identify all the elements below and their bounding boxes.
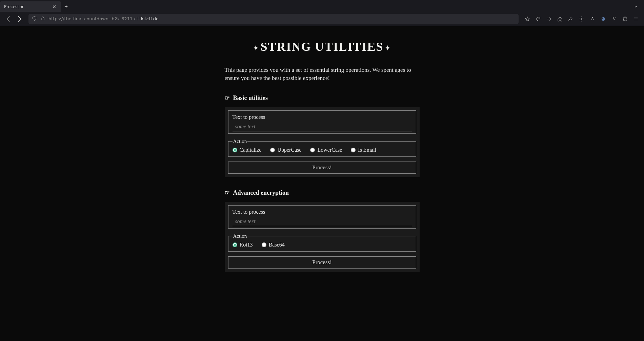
menu-icon[interactable]: [631, 14, 641, 24]
basic-text-box: Text to process: [228, 110, 416, 134]
bookmark-icon[interactable]: [523, 14, 532, 24]
radio-capitalize[interactable]: Capitalize: [233, 147, 262, 153]
back-button[interactable]: [3, 14, 13, 24]
radio-uppercase[interactable]: UpperCase: [270, 147, 301, 153]
browser-tab[interactable]: Processor ✕: [0, 1, 61, 12]
advanced-panel: Text to process Action Rot13 Base64 Proc…: [225, 202, 420, 272]
section-heading-advanced: ☞ Advanced encryption: [225, 189, 420, 196]
close-icon[interactable]: ✕: [52, 4, 57, 9]
lock-icon[interactable]: [40, 16, 45, 22]
tabs-dropdown-icon[interactable]: ⌄: [631, 2, 641, 10]
radio-rot13[interactable]: Rot13: [233, 242, 253, 248]
pointing-hand-icon: ☞: [225, 94, 230, 102]
advanced-text-box: Text to process: [228, 205, 416, 229]
url-text: https://the-final-countdown--b2k-6211.ct…: [48, 16, 515, 21]
action-legend: Action: [233, 233, 248, 239]
tab-title: Processor: [4, 4, 49, 9]
extension-icon-3[interactable]: V: [609, 14, 619, 24]
text-label: Text to process: [233, 209, 412, 215]
radio-icon: [262, 242, 266, 247]
action-legend: Action: [233, 138, 248, 144]
svg-rect-0: [41, 18, 44, 20]
forward-button[interactable]: [15, 14, 24, 24]
radio-base64[interactable]: Base64: [262, 242, 285, 248]
settings-icon[interactable]: [577, 14, 586, 24]
svg-point-4: [604, 18, 604, 19]
extension-icon-2[interactable]: [599, 14, 608, 24]
home-icon[interactable]: [555, 14, 565, 24]
page-title: ✦STRING UTILITIES✦: [225, 40, 420, 54]
radio-icon: [233, 242, 237, 247]
pointing-hand-icon: ☞: [225, 189, 230, 196]
browser-tab-bar: Processor ✕ ＋ ⌄: [0, 0, 644, 12]
radio-icon: [310, 148, 315, 152]
new-tab-button[interactable]: ＋: [61, 1, 71, 12]
page-content: ✦STRING UTILITIES✦ This page provides yo…: [0, 26, 644, 284]
radio-isemail[interactable]: Is Email: [351, 147, 376, 153]
advanced-action-fieldset: Action Rot13 Base64: [228, 233, 416, 252]
radio-icon: [233, 148, 237, 152]
basic-process-button[interactable]: Process!: [228, 162, 416, 174]
extensions-icon[interactable]: [620, 14, 630, 24]
advanced-text-input[interactable]: [233, 217, 412, 226]
browser-toolbar: https://the-final-countdown--b2k-6211.ct…: [0, 12, 644, 26]
extension-icon-1[interactable]: [544, 14, 554, 24]
svg-point-1: [581, 18, 582, 20]
font-icon[interactable]: A: [588, 14, 597, 24]
basic-action-fieldset: Action Capitalize UpperCase LowerCase: [228, 138, 416, 157]
radio-icon: [351, 148, 356, 152]
basic-text-input[interactable]: [233, 122, 412, 131]
radio-icon: [270, 148, 275, 152]
reload-icon[interactable]: [534, 14, 543, 24]
advanced-process-button[interactable]: Process!: [228, 256, 416, 269]
page-description: This page provides you with a set of ess…: [225, 66, 420, 82]
basic-panel: Text to process Action Capitalize UpperC…: [225, 107, 420, 177]
svg-point-2: [602, 17, 605, 21]
section-heading-basic: ☞ Basic utilities: [225, 94, 420, 102]
sparkle-icon: ✦: [253, 45, 259, 51]
svg-point-3: [602, 18, 603, 19]
address-bar[interactable]: https://the-final-countdown--b2k-6211.ct…: [28, 14, 519, 24]
sparkle-icon: ✦: [385, 45, 391, 51]
shield-icon[interactable]: [32, 16, 37, 22]
radio-lowercase[interactable]: LowerCase: [310, 147, 342, 153]
dev-tools-icon[interactable]: [566, 14, 576, 24]
text-label: Text to process: [233, 114, 412, 120]
